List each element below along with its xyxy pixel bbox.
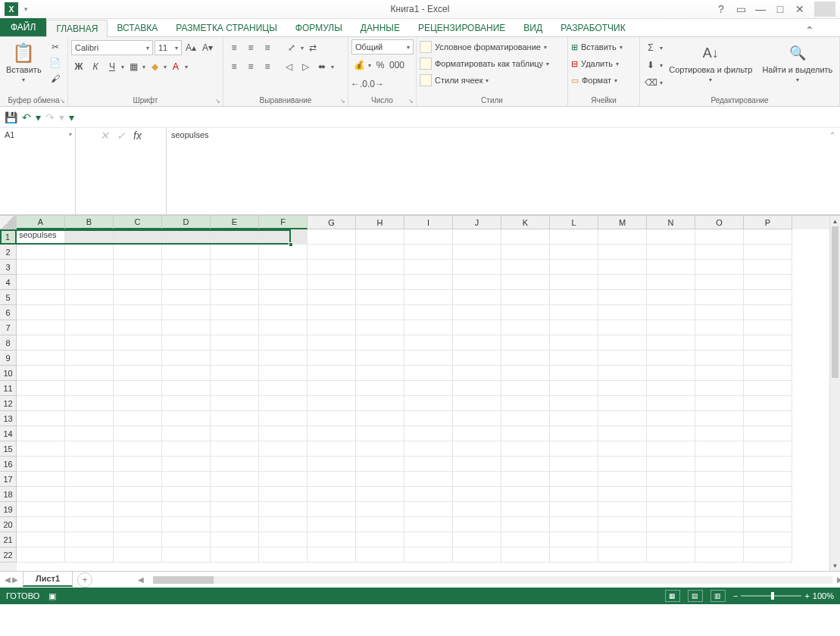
cell-E18[interactable]: [211, 487, 259, 502]
cell-B1[interactable]: [65, 229, 114, 245]
cell-B10[interactable]: [65, 366, 114, 381]
cell-B3[interactable]: [65, 260, 114, 275]
copy-button[interactable]: 📄: [48, 55, 63, 70]
cell-K16[interactable]: [501, 457, 550, 472]
cell-L18[interactable]: [550, 487, 598, 502]
cell-N3[interactable]: [647, 260, 695, 275]
cut-button[interactable]: ✂: [48, 39, 63, 55]
tab-page-layout[interactable]: РАЗМЕТКА СТРАНИЦЫ: [167, 19, 286, 36]
cell-I7[interactable]: [404, 320, 453, 335]
cell-G18[interactable]: [308, 487, 356, 502]
cell-F7[interactable]: [259, 320, 308, 335]
cell-M22[interactable]: [598, 547, 647, 563]
cell-G19[interactable]: [308, 502, 356, 517]
cell-A22[interactable]: [17, 547, 65, 563]
cell-F21[interactable]: [259, 532, 308, 547]
tab-review[interactable]: РЕЦЕНЗИРОВАНИЕ: [409, 19, 514, 36]
cell-K11[interactable]: [501, 381, 550, 396]
cell-O22[interactable]: [695, 547, 744, 563]
cell-P7[interactable]: [744, 320, 792, 335]
cell-M1[interactable]: [598, 229, 647, 245]
qat-customize[interactable]: ▾: [69, 111, 74, 123]
cell-M19[interactable]: [598, 502, 647, 517]
cell-N22[interactable]: [647, 547, 695, 563]
cell-F11[interactable]: [259, 381, 308, 396]
cell-G3[interactable]: [308, 260, 356, 275]
underline-dropdown[interactable]: ▾: [121, 64, 124, 70]
cell-O18[interactable]: [695, 487, 744, 502]
underline-button[interactable]: Ч: [105, 59, 120, 74]
cell-E17[interactable]: [211, 472, 259, 487]
clear-button[interactable]: ⌫: [643, 75, 658, 90]
cell-N17[interactable]: [647, 472, 695, 487]
cell-P5[interactable]: [744, 290, 792, 305]
comma-format-button[interactable]: 000: [389, 58, 404, 73]
cell-P2[interactable]: [744, 245, 792, 260]
cell-O21[interactable]: [695, 532, 744, 547]
sheet-next-button[interactable]: ▶: [12, 575, 18, 584]
ribbon-display-icon[interactable]: ▭: [732, 2, 749, 16]
cell-I3[interactable]: [404, 260, 453, 275]
cell-D10[interactable]: [162, 366, 211, 381]
cell-A10[interactable]: [17, 366, 65, 381]
column-header-I[interactable]: I: [404, 216, 453, 229]
cell-P3[interactable]: [744, 260, 792, 275]
vertical-scrollbar[interactable]: ▲ ▼: [829, 216, 840, 571]
cell-H18[interactable]: [356, 487, 404, 502]
cell-J11[interactable]: [453, 381, 501, 396]
cell-K14[interactable]: [501, 426, 550, 441]
column-header-O[interactable]: O: [695, 216, 744, 229]
cell-K7[interactable]: [501, 320, 550, 335]
cell-O16[interactable]: [695, 457, 744, 472]
cell-N4[interactable]: [647, 275, 695, 290]
cell-G17[interactable]: [308, 472, 356, 487]
cell-N8[interactable]: [647, 335, 695, 351]
cell-G6[interactable]: [308, 305, 356, 320]
cell-F17[interactable]: [259, 472, 308, 487]
cell-E9[interactable]: [211, 351, 259, 366]
user-avatar[interactable]: [814, 2, 835, 17]
cell-J9[interactable]: [453, 351, 501, 366]
page-break-view-button[interactable]: ▥: [710, 590, 726, 602]
cell-K15[interactable]: [501, 441, 550, 457]
cell-B18[interactable]: [65, 487, 114, 502]
hscroll-thumb[interactable]: [153, 576, 214, 584]
cell-M14[interactable]: [598, 426, 647, 441]
italic-button[interactable]: К: [88, 59, 103, 74]
insert-function-button[interactable]: fx: [133, 129, 142, 142]
cell-O9[interactable]: [695, 351, 744, 366]
cell-B12[interactable]: [65, 396, 114, 411]
cell-H12[interactable]: [356, 396, 404, 411]
cell-F10[interactable]: [259, 366, 308, 381]
cell-B22[interactable]: [65, 547, 114, 563]
decrease-decimal-button[interactable]: .0→: [368, 76, 383, 92]
cell-J12[interactable]: [453, 396, 501, 411]
cell-G21[interactable]: [308, 532, 356, 547]
cell-L12[interactable]: [550, 396, 598, 411]
cell-H1[interactable]: [356, 229, 404, 245]
column-header-N[interactable]: N: [647, 216, 695, 229]
column-header-L[interactable]: L: [550, 216, 598, 229]
cell-N21[interactable]: [647, 532, 695, 547]
cell-P20[interactable]: [744, 517, 792, 532]
cell-M5[interactable]: [598, 290, 647, 305]
cell-D17[interactable]: [162, 472, 211, 487]
cell-H22[interactable]: [356, 547, 404, 563]
cell-K4[interactable]: [501, 275, 550, 290]
cell-C22[interactable]: [114, 547, 162, 563]
cell-C17[interactable]: [114, 472, 162, 487]
cell-N6[interactable]: [647, 305, 695, 320]
cell-E3[interactable]: [211, 260, 259, 275]
cell-H6[interactable]: [356, 305, 404, 320]
cell-B19[interactable]: [65, 502, 114, 517]
fill-color-dropdown[interactable]: ▾: [164, 64, 167, 70]
cell-B6[interactable]: [65, 305, 114, 320]
cell-E20[interactable]: [211, 517, 259, 532]
cell-H16[interactable]: [356, 457, 404, 472]
cell-B8[interactable]: [65, 335, 114, 351]
cell-F6[interactable]: [259, 305, 308, 320]
sort-filter-button[interactable]: A↓ Сортировка и фильтр ▾: [666, 39, 756, 86]
cell-I14[interactable]: [404, 426, 453, 441]
page-layout-view-button[interactable]: ▤: [688, 590, 703, 602]
cell-P17[interactable]: [744, 472, 792, 487]
